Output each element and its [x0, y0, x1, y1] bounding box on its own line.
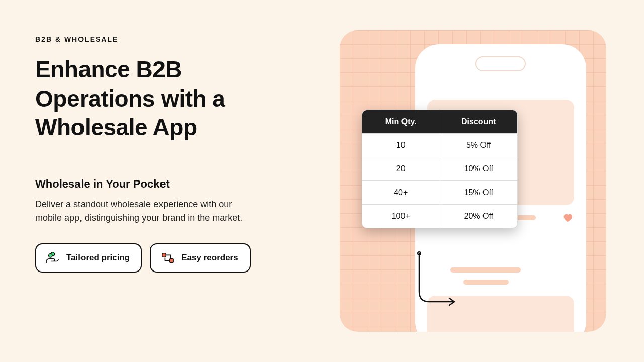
- headline: Enhance B2B Operations with a Wholesale …: [35, 55, 282, 142]
- svg-rect-2: [162, 253, 166, 257]
- svg-point-1: [49, 254, 52, 257]
- pill-label: Easy reorders: [181, 253, 238, 263]
- illustration-panel: Min Qty. Discount 10 5% Off 20 10% Off 4…: [340, 30, 606, 332]
- right-column: Min Qty. Discount 10 5% Off 20 10% Off 4…: [302, 0, 644, 362]
- cell-discount: 10% Off: [440, 157, 518, 180]
- body-text: Deliver a standout wholesale experience …: [35, 198, 257, 226]
- pill-tailored-pricing: Tailored pricing: [35, 243, 142, 273]
- cell-qty: 10: [362, 134, 440, 157]
- cell-qty: 20: [362, 157, 440, 180]
- connector-arrow: [417, 251, 462, 312]
- pill-label: Tailored pricing: [66, 253, 130, 263]
- cell-discount: 5% Off: [440, 134, 518, 157]
- cell-qty: 100+: [362, 205, 440, 228]
- hand-coins-icon: [45, 251, 60, 264]
- col-header-discount: Discount: [440, 110, 518, 133]
- feature-pills: Tailored pricing Easy reorders: [35, 243, 282, 273]
- placeholder-line: [463, 280, 509, 285]
- table-row: 20 10% Off: [362, 157, 517, 180]
- heart-icon: [562, 212, 573, 223]
- table-row: 100+ 20% Off: [362, 204, 517, 228]
- table-row: 40+ 15% Off: [362, 180, 517, 204]
- table-header: Min Qty. Discount: [362, 110, 517, 133]
- cell-discount: 15% Off: [440, 181, 518, 204]
- left-column: B2B & WHOLESALE Enhance B2B Operations w…: [0, 0, 302, 362]
- phone-notch: [475, 56, 526, 71]
- reorder-icon: [160, 251, 175, 264]
- pill-easy-reorders: Easy reorders: [150, 243, 250, 273]
- cell-qty: 40+: [362, 181, 440, 204]
- placeholder-line: [516, 215, 536, 220]
- col-header-qty: Min Qty.: [362, 110, 440, 133]
- eyebrow-label: B2B & WHOLESALE: [35, 35, 282, 43]
- subtitle: Wholesale in Your Pocket: [35, 177, 282, 191]
- discount-table: Min Qty. Discount 10 5% Off 20 10% Off 4…: [362, 110, 518, 228]
- svg-rect-3: [170, 259, 173, 262]
- table-row: 10 5% Off: [362, 133, 517, 157]
- cell-discount: 20% Off: [440, 205, 518, 228]
